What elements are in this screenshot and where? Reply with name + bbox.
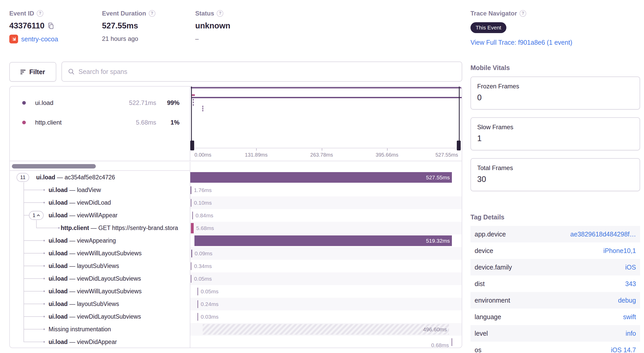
tree-connector-line [23,253,44,254]
legend-op-duration: 522.71ms [117,99,156,106]
help-icon[interactable]: ? [37,10,43,17]
help-icon[interactable]: ? [217,10,223,17]
span-bar-cell: 0.03ms [190,310,462,323]
event-duration-field: Event Duration ? 527.55ms 21 hours ago [102,10,155,42]
span-tree-row[interactable]: ui.load — loadView [10,184,190,196]
span-tree-row[interactable]: 1ui.load — viewWillAppear [10,209,190,222]
horizontal-scrollbar [10,162,190,171]
vital-card-value: 30 [477,175,633,184]
chevron-up-icon [37,214,40,217]
tree-connector-line [23,316,44,317]
span-duration-label: 496.60ms [423,326,447,333]
legend-op-duration: 5.68ms [117,119,156,126]
span-tree-row[interactable]: ui.load — viewWillLayoutSubviews [10,247,190,260]
span-duration-bar[interactable] [191,223,194,233]
span-duration-bar[interactable] [198,313,198,321]
trace-minimap[interactable] [191,87,462,148]
legend-op-percent: 1% [156,119,179,126]
span-tree-row[interactable]: http.client — GET https://sentry-brand.s… [10,222,190,234]
span-bar-cell: 496.60ms [190,323,462,336]
axis-tick-mark [322,148,322,151]
span-duration-bar[interactable] [191,250,192,257]
vital-card: Slow Frames1 [470,117,640,150]
tree-connector-line [23,202,44,203]
span-duration-label: 0.05ms [194,276,212,282]
span-duration-label: 5.68ms [196,225,214,231]
viewport-left-edge[interactable] [191,87,192,148]
span-row: ui.load — viewDidLayoutSubviews0.05ms [10,272,462,285]
span-duration-bar[interactable] [198,300,198,308]
tree-connector-dot [43,328,45,330]
span-duration-bar[interactable] [192,212,193,219]
span-children-count-pill[interactable]: 1 [29,211,44,220]
span-duration-label: 527.55ms [426,174,450,181]
copy-icon[interactable] [48,22,54,29]
tag-value-link[interactable]: ae3829618d484298f… [570,231,636,238]
filter-icon [20,69,26,75]
span-duration-bar[interactable] [191,275,192,283]
tag-value-link[interactable]: info [626,330,636,337]
tag-value-link[interactable]: iOS [625,264,636,271]
tag-value-link[interactable]: swift [623,313,636,321]
project-link[interactable]: sentry-cocoa [21,35,58,43]
vital-card-value: 1 [477,134,633,143]
viewport-right-handle[interactable] [457,141,461,150]
span-tree-row[interactable]: ui.load — viewDidLayoutSubviews [10,310,190,323]
viewport-left-handle[interactable] [190,141,194,150]
view-full-trace-link[interactable]: View Full Trace: f901a8e6 (1 event) [470,39,640,46]
span-tree-row[interactable]: ui.load — viewDidAppear [10,336,190,348]
tree-connector-dot [43,341,45,343]
help-icon[interactable]: ? [520,10,526,17]
span-title: ui.load — viewDidAppear [49,339,117,346]
tag-value-link[interactable]: iPhone10,1 [603,247,636,255]
span-duration-bar[interactable] [191,262,192,270]
event-detail-page: Event ID ? 43376110 sentry-cocoa Event D… [0,0,644,353]
span-duration-bar[interactable] [452,338,452,346]
span-duration-bar[interactable] [198,288,198,295]
span-duration-bar[interactable]: 527.55ms [190,172,452,183]
tag-value-link[interactable]: iOS 14.7 [611,346,636,353]
vital-card-label: Frozen Frames [477,83,633,90]
span-children-count-pill[interactable]: 11 [17,173,29,182]
span-tree-row[interactable]: ui.load — viewWillLayoutSubviews [10,285,190,298]
span-tree-row[interactable]: ui.load — viewAppearing [10,234,190,247]
span-duration-label: 0.24ms [201,301,218,307]
span-duration-bar[interactable]: 519.32ms [194,235,452,246]
ops-breakdown-legend: ui.load522.71ms99%http.client5.68ms1% [10,87,190,161]
viewport-right-edge[interactable] [459,87,460,148]
span-duration-bar[interactable]: 496.60ms [203,324,449,335]
filter-button[interactable]: Filter [9,62,56,82]
tree-connector-line [36,228,58,228]
span-duration-bar[interactable] [191,199,192,207]
trace-waterfall-panel: ui.load522.71ms99%http.client5.68ms1% 0.… [9,86,462,348]
tree-connector-line [23,240,44,241]
span-duration-bar[interactable] [191,186,191,194]
tag-key: app.device [475,231,570,238]
tree-connector-line [23,266,44,266]
tag-value-link[interactable]: 343 [625,280,636,288]
legend-item[interactable]: ui.load522.71ms99% [10,96,190,109]
span-tree-row[interactable]: 11ui.load — ac354af5e82c4726 [10,171,190,184]
axis-tick-label: 263.78ms [310,152,333,158]
span-row: ui.load — viewWillLayoutSubviews0.09ms [10,247,462,260]
tree-connector-dot [43,265,45,267]
mobile-vitals-heading: Mobile Vitals [470,64,510,72]
span-tree-row[interactable]: ui.load — layoutSubViews [10,298,190,310]
span-tree-row[interactable]: Missing instrumentation [10,323,190,336]
search-input[interactable] [78,68,456,75]
span-duration-label: 0.68ms [431,342,449,348]
vital-card-label: Total Frames [477,164,633,172]
span-title: Missing instrumentation [49,326,111,333]
tag-key: language [475,313,623,321]
event-id-label: Event ID ? [9,10,58,17]
legend-op-percent: 99% [156,99,179,106]
span-bar-cell: 527.55ms [190,171,462,184]
span-tree-row[interactable]: ui.load — viewDidLayoutSubviews [10,272,190,285]
scrollbar-thumb[interactable] [12,164,96,168]
help-icon[interactable]: ? [149,10,155,17]
span-tree-row[interactable]: ui.load — layoutSubViews [10,260,190,272]
tag-value-link[interactable]: debug [618,297,636,304]
event-duration-label: Event Duration [102,10,146,17]
span-tree-row[interactable]: ui.load — viewDidLoad [10,196,190,209]
legend-item[interactable]: http.client5.68ms1% [10,116,190,129]
